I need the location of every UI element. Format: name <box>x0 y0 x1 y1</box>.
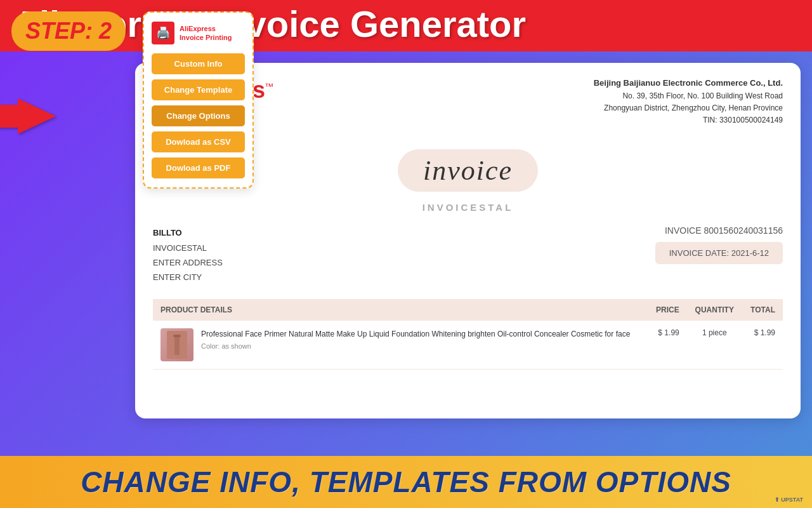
bill-section: BILLTO INVOICESTAL ENTER ADDRESS ENTER C… <box>153 225 783 285</box>
product-name: Professional Face Primer Natural Matte M… <box>201 328 630 340</box>
invoice-date: INVOICE DATE: 2021-6-12 <box>655 242 783 264</box>
arrow-indicator <box>18 98 56 134</box>
custom-info-button[interactable]: Custom Info <box>152 53 245 74</box>
svg-rect-2 <box>174 337 180 355</box>
product-cell: Professional Face Primer Natural Matte M… <box>153 321 648 370</box>
step-badge: STEP: 2 <box>11 11 126 51</box>
invoice-script-text: invoice <box>398 149 538 192</box>
download-pdf-button[interactable]: Dowload as PDF <box>152 157 245 178</box>
invoice-meta: INVOICE 8001560240031156 INVOICE DATE: 2… <box>655 225 783 264</box>
product-price: $ 1.99 <box>648 321 687 370</box>
upstat-badge: ⬆ UPSTAT <box>775 497 803 503</box>
col-total: TOTAL <box>742 299 783 321</box>
col-product: PRODUCT DETAILS <box>153 299 648 321</box>
arrow-shape <box>18 98 56 134</box>
product-total: $ 1.99 <box>742 321 783 370</box>
product-quantity: 1 piece <box>687 321 742 370</box>
invoice-id: INVOICESTAL <box>153 202 783 213</box>
step-badge-text: STEP: 2 <box>25 18 112 44</box>
change-options-button[interactable]: Change Options <box>152 105 245 126</box>
company-info: Beijing Baijianuo Electronic Commerce Co… <box>594 77 783 126</box>
product-color: Color: as shown <box>201 342 630 350</box>
page-title: AliExpress Invoice Generator <box>13 5 799 44</box>
change-template-button[interactable]: Change Template <box>152 79 245 100</box>
bottom-banner-text: CHANGE INFO, TEMPLATES FROM OPTIONS <box>15 465 797 499</box>
bill-to: BILLTO INVOICESTAL ENTER ADDRESS ENTER C… <box>153 225 223 285</box>
download-csv-button[interactable]: Dowload as CSV <box>152 131 245 152</box>
sidebar-logo-text: AliExpress Invoice Printing <box>180 24 232 43</box>
table-row: Professional Face Primer Natural Matte M… <box>153 321 783 370</box>
col-quantity: QUANTITY <box>687 299 742 321</box>
sidebar-logo: 🖨️ AliExpress Invoice Printing <box>152 22 245 44</box>
col-price: PRICE <box>648 299 687 321</box>
main-content: AliExpress™ Beijing Baijianuo Electronic… <box>0 51 812 418</box>
product-image <box>160 328 193 361</box>
svg-rect-1 <box>173 335 181 337</box>
sidebar: 🖨️ AliExpress Invoice Printing Custom In… <box>143 11 254 189</box>
product-table: PRODUCT DETAILS PRICE QUANTITY TOTAL <box>153 299 783 370</box>
invoice-number: INVOICE 8001560240031156 <box>665 225 783 236</box>
bottom-banner: CHANGE INFO, TEMPLATES FROM OPTIONS ⬆ UP… <box>0 456 812 508</box>
sidebar-logo-icon: 🖨️ <box>152 22 174 44</box>
